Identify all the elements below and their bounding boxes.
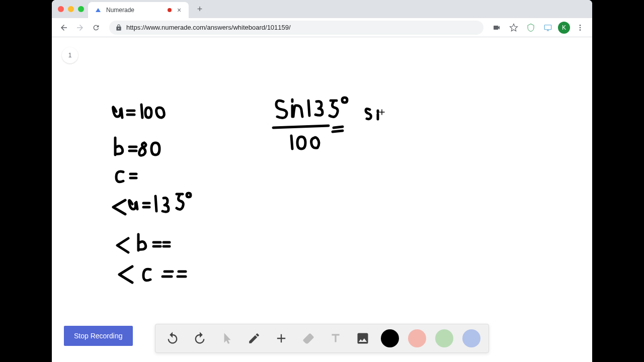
svg-rect-0: [544, 25, 551, 29]
avatar-letter: K: [562, 24, 566, 31]
profile-avatar[interactable]: K: [558, 22, 570, 34]
redo-button[interactable]: [191, 329, 209, 347]
undo-button[interactable]: [164, 329, 182, 347]
window-controls: [56, 6, 84, 12]
window-maximize-button[interactable]: [78, 6, 84, 12]
extension-shield-icon[interactable]: [524, 21, 538, 35]
recording-indicator-icon: [168, 8, 172, 12]
window-close-button[interactable]: [58, 6, 64, 12]
url-bar[interactable]: https://www.numerade.com/answers/whitebo…: [109, 21, 484, 35]
eraser-tool[interactable]: [299, 329, 317, 347]
back-button[interactable]: [57, 21, 71, 35]
lock-icon: [115, 24, 122, 31]
url-text: https://www.numerade.com/answers/whitebo…: [126, 24, 477, 31]
text-tool[interactable]: [327, 329, 345, 347]
tab-close-button[interactable]: ×: [176, 7, 183, 14]
forward-button[interactable]: [73, 21, 87, 35]
tab-favicon: [94, 6, 102, 14]
camera-icon[interactable]: [490, 21, 504, 35]
stop-recording-button[interactable]: Stop Recording: [64, 326, 133, 346]
browser-window: Numerade × + https://www.numerade.com/an…: [52, 0, 592, 362]
handwriting-layer: [52, 37, 592, 362]
reload-button[interactable]: [89, 21, 103, 35]
window-minimize-button[interactable]: [68, 6, 74, 12]
pen-tool[interactable]: [245, 329, 263, 347]
toolbar-icons: K: [490, 21, 587, 35]
address-bar: https://www.numerade.com/answers/whitebo…: [52, 18, 592, 37]
pointer-tool[interactable]: [218, 329, 236, 347]
svg-point-2: [580, 27, 581, 28]
star-icon[interactable]: [507, 21, 521, 35]
color-black[interactable]: [381, 329, 399, 347]
tab-bar: Numerade × +: [52, 0, 592, 18]
extension-monitor-icon[interactable]: [541, 21, 555, 35]
browser-tab[interactable]: Numerade ×: [88, 2, 189, 18]
whiteboard-canvas[interactable]: 1: [52, 37, 592, 362]
color-green[interactable]: [435, 329, 453, 347]
color-red[interactable]: [408, 329, 426, 347]
add-tool[interactable]: [272, 329, 290, 347]
color-blue[interactable]: [462, 329, 480, 347]
image-tool[interactable]: [354, 329, 372, 347]
tab-title: Numerade: [106, 7, 164, 14]
drawing-toolbar: [155, 324, 489, 353]
svg-point-1: [580, 25, 581, 26]
svg-point-3: [580, 29, 581, 31]
menu-icon[interactable]: [573, 21, 587, 35]
new-tab-button[interactable]: +: [193, 2, 207, 16]
